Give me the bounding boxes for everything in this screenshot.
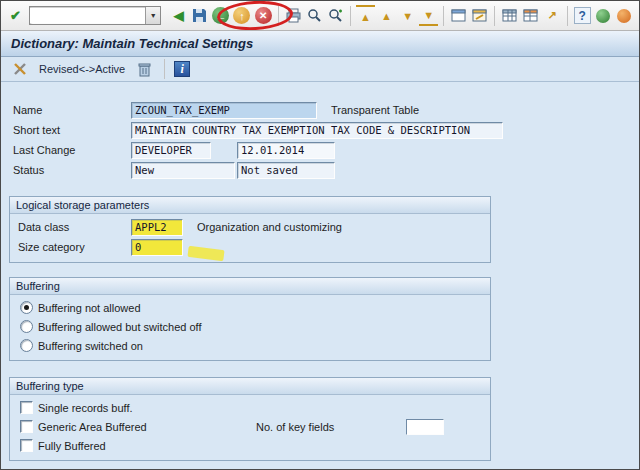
data-class-description: Organization and customizing [197, 221, 342, 233]
layout-grid-icon[interactable] [521, 5, 540, 26]
last-page-icon[interactable]: ▼ [419, 5, 438, 26]
gui-status-icon[interactable] [594, 5, 613, 26]
buffering-type-row: Generic Area Buffered No. of key fields [10, 417, 490, 436]
buffering-switched-off-label[interactable]: Buffering allowed but switched off [38, 321, 201, 333]
single-records-label[interactable]: Single records buff. [38, 402, 133, 414]
buffering-not-allowed-label[interactable]: Buffering not allowed [38, 302, 141, 314]
buffering-type-row: Fully Buffered [10, 436, 490, 455]
enter-icon[interactable]: ✔ [6, 5, 25, 26]
save-state-field[interactable]: Not saved [237, 162, 335, 179]
buffering-switched-on-radio[interactable] [20, 339, 33, 352]
status-label: Status [13, 164, 131, 176]
exit-circle-icon: ↑ [233, 7, 250, 24]
floppy-icon [192, 8, 207, 23]
fully-buffered-checkbox[interactable] [20, 439, 33, 452]
key-fields-label: No. of key fields [256, 421, 334, 433]
last-change-label: Last Change [13, 144, 131, 156]
toolbar-separator [567, 6, 568, 26]
command-input[interactable] [30, 8, 145, 23]
size-category-field[interactable]: 0 [131, 239, 183, 256]
data-class-row: Data class APPL2 Organization and custom… [10, 217, 490, 237]
continue-icon[interactable]: ◀ [169, 5, 188, 26]
last-change-row: Last Change DEVELOPER 12.01.2014 [1, 140, 639, 160]
content-area: Name ZCOUN_TAX_EXEMP Transparent Table S… [1, 82, 639, 461]
buffering-type-groupbox: Buffering type Single records buff. Gene… [9, 377, 491, 461]
create-shortcut-icon[interactable] [470, 5, 489, 26]
page-down-icon[interactable]: ▼ [398, 5, 417, 26]
table-settings-icon[interactable] [500, 5, 519, 26]
buffering-switched-off-radio[interactable] [20, 320, 33, 333]
back-icon[interactable]: ← [211, 5, 230, 26]
green-status-icon [596, 9, 610, 23]
buffering-option-row: Buffering not allowed [10, 298, 490, 317]
utilities-icon[interactable] [9, 59, 30, 80]
help-icon[interactable]: ? [573, 5, 592, 26]
page-up-icon[interactable]: ▲ [377, 5, 396, 26]
short-text-label: Short text [13, 124, 131, 136]
find-next-icon[interactable] [326, 5, 345, 26]
cancel-icon[interactable]: ✕ [254, 5, 273, 26]
single-records-checkbox[interactable] [20, 401, 33, 414]
back-circle-icon: ← [212, 7, 229, 24]
title-bar: Dictionary: Maintain Technical Settings [1, 31, 639, 57]
logical-storage-title: Logical storage parameters [10, 197, 490, 214]
size-category-row: Size category 0 [10, 237, 490, 257]
key-fields-field[interactable] [406, 419, 444, 435]
orange-status-icon [617, 9, 631, 23]
sap-window: ✔ ▼ ◀ ← ↑ ✕ ▲ ▲ ▼ ▼ [0, 0, 640, 470]
short-text-row: Short text MAINTAIN COUNTRY TAX EXEMPTIO… [1, 120, 639, 140]
toolbar-separator [494, 6, 495, 26]
fully-buffered-label[interactable]: Fully Buffered [38, 440, 106, 452]
buffering-option-row: Buffering allowed but switched off [10, 317, 490, 336]
session-status-icon[interactable] [615, 5, 634, 26]
data-class-label: Data class [18, 221, 131, 233]
table-type-label: Transparent Table [331, 104, 419, 116]
last-change-date-field[interactable]: 12.01.2014 [237, 142, 335, 159]
name-field[interactable]: ZCOUN_TAX_EXEMP [131, 102, 317, 119]
toolbar-separator [350, 6, 351, 26]
logical-storage-groupbox: Logical storage parameters Data class AP… [9, 196, 491, 263]
revised-active-button[interactable]: Revised<->Active [36, 61, 128, 77]
find-icon[interactable] [305, 5, 324, 26]
command-dropdown-icon[interactable]: ▼ [145, 7, 160, 24]
data-class-field[interactable]: APPL2 [131, 219, 183, 236]
name-label: Name [13, 104, 131, 116]
delete-icon[interactable] [134, 59, 155, 80]
generic-area-label[interactable]: Generic Area Buffered [38, 421, 147, 433]
expand-icon[interactable]: ↗ [542, 5, 561, 26]
info-icon[interactable]: i [174, 61, 190, 77]
application-toolbar: Revised<->Active i [1, 57, 639, 82]
size-category-label: Size category [18, 241, 131, 253]
print-icon[interactable] [284, 5, 303, 26]
toolbar-separator [164, 59, 165, 79]
new-session-icon[interactable] [449, 5, 468, 26]
buffering-type-title: Buffering type [10, 378, 490, 395]
toolbar-separator [443, 6, 444, 26]
help-question-icon: ? [574, 7, 591, 24]
buffering-type-row: Single records buff. [10, 398, 490, 417]
short-text-field[interactable]: MAINTAIN COUNTRY TAX EXEMPTION TAX CODE … [131, 122, 503, 139]
buffering-switched-on-label[interactable]: Buffering switched on [38, 340, 143, 352]
page-title: Dictionary: Maintain Technical Settings [11, 36, 253, 51]
buffering-option-row: Buffering switched on [10, 336, 490, 355]
last-change-user-field[interactable]: DEVELOPER [131, 142, 211, 159]
command-field-wrap: ▼ [29, 6, 161, 25]
buffering-groupbox: Buffering Buffering not allowed Bufferin… [9, 277, 491, 361]
buffering-not-allowed-radio[interactable] [20, 301, 33, 314]
standard-toolbar: ✔ ▼ ◀ ← ↑ ✕ ▲ ▲ ▼ ▼ [1, 1, 639, 31]
exit-icon[interactable]: ↑ [232, 5, 251, 26]
toolbar-separator [278, 6, 279, 26]
save-icon[interactable] [190, 5, 209, 26]
status-field[interactable]: New [131, 162, 235, 179]
buffering-title: Buffering [10, 278, 490, 295]
cancel-circle-icon: ✕ [255, 7, 272, 24]
first-page-icon[interactable]: ▲ [356, 5, 375, 26]
status-row: Status New Not saved [1, 160, 639, 180]
name-row: Name ZCOUN_TAX_EXEMP Transparent Table [1, 100, 639, 120]
generic-area-checkbox[interactable] [20, 420, 33, 433]
